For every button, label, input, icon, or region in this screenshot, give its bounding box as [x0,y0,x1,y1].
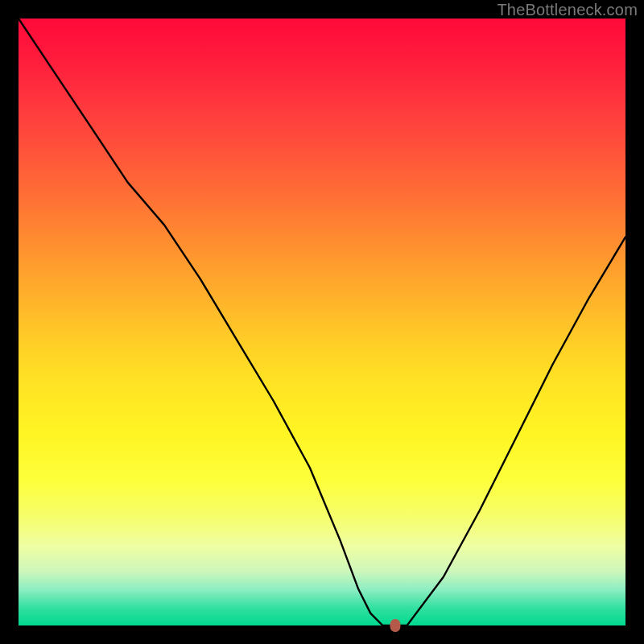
bottleneck-curve [19,19,625,625]
curve-path [19,19,625,625]
chart-frame: TheBottleneck.com [0,0,644,644]
optimal-point-marker [390,619,400,632]
watermark-text: TheBottleneck.com [497,1,638,19]
plot-area [19,19,625,625]
